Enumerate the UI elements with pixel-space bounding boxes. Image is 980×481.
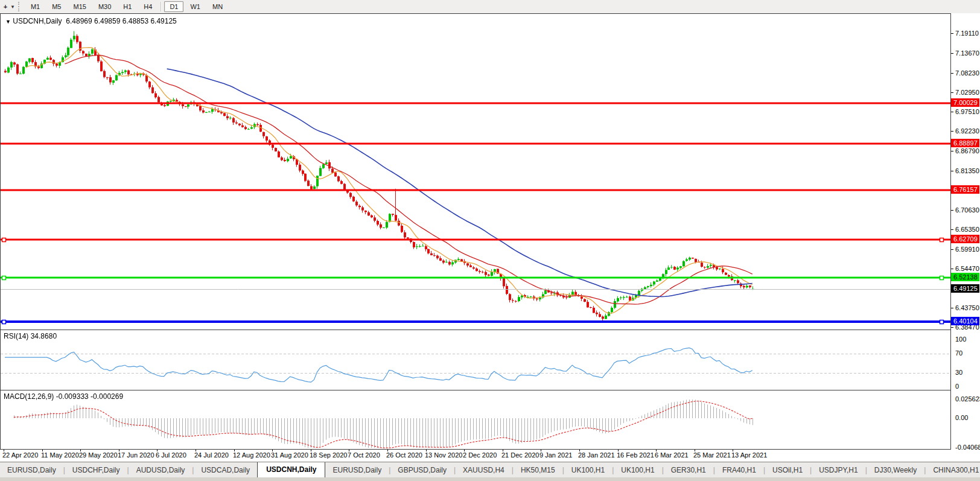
hline-price-tag: 6.40104	[951, 317, 979, 325]
chart-region: ▼ USDCNH,Daily 6.48969 6.49859 6.48853 6…	[0, 13, 980, 462]
panels-column: ▼ USDCNH,Daily 6.48969 6.49859 6.48853 6…	[0, 13, 951, 462]
date-label: 31 Aug 2020	[271, 451, 308, 459]
date-label: 21 Dec 2020	[501, 451, 539, 459]
chart-tab-uk100-h1[interactable]: UK100,H1	[614, 463, 661, 478]
axis-tick-mark	[951, 210, 953, 211]
price-chart-canvas[interactable]	[1, 14, 950, 330]
date-label: 11 May 2020	[41, 451, 79, 459]
macd-panel: MACD(12,26,9) -0.009333 -0.000269	[0, 390, 951, 450]
chart-tab-usdcnh-daily[interactable]: USDCNH,Daily	[257, 462, 325, 478]
timeframe-button-mn[interactable]: MN	[207, 1, 228, 12]
macd-tick-label: -0.040687	[955, 444, 980, 451]
timeframe-button-m15[interactable]: M15	[68, 1, 91, 12]
date-label: 7 Oct 2020	[348, 451, 380, 459]
price-tick-label: 6.54470	[955, 265, 979, 272]
rsi-tick-label: 100	[955, 336, 966, 343]
chart-tab-bar: EURUSD,Daily|USDCHF,Daily|AUDUSD,Daily|U…	[0, 462, 980, 478]
date-label: 6 Jul 2020	[156, 451, 186, 459]
date-label: 29 May 2020	[79, 451, 118, 459]
axis-tick-mark	[951, 112, 953, 112]
axis-tick-mark	[951, 308, 953, 308]
chart-tab-dj30-weekly[interactable]: DJ30,Weekly	[867, 463, 924, 478]
timeframe-button-h4[interactable]: H4	[138, 1, 158, 12]
date-label: 25 Mar 2021	[693, 451, 731, 459]
price-tick-label: 7.08230	[955, 69, 979, 77]
axis-tick-mark	[951, 249, 953, 250]
date-label: 2 Dec 2020	[463, 451, 497, 459]
date-label: 26 Oct 2020	[386, 451, 422, 459]
timeframe-button-m5[interactable]: M5	[46, 1, 66, 12]
timeframe-button-d1[interactable]: D1	[164, 1, 183, 12]
date-label: 12 Aug 2020	[233, 451, 270, 459]
timeframe-button-w1[interactable]: W1	[185, 1, 206, 12]
chevron-down-icon[interactable]: ▼	[10, 4, 15, 10]
date-label: 24 Jul 2020	[194, 451, 229, 459]
axis-tick-mark	[951, 131, 953, 132]
axis-tick-mark	[951, 73, 953, 74]
window-bottom-strip	[0, 477, 980, 481]
axis-tick-mark	[951, 151, 953, 151]
price-tick-label: 7.02950	[955, 89, 979, 96]
hline-price-tag: 6.62709	[951, 235, 979, 243]
chart-title: ▼ USDCNH,Daily 6.48969 6.49859 6.48853 6…	[5, 17, 177, 25]
chart-tab-eurusd-daily[interactable]: EURUSD,Daily	[0, 463, 63, 478]
chart-tab-usdjpy-h1[interactable]: USDJPY,H1	[812, 463, 865, 478]
period-toolbar: + ▼ M1M5M15M30H1H4D1W1MN	[0, 0, 980, 14]
date-label: 6 Mar 2021	[655, 451, 689, 459]
chart-tab-fra40-h1[interactable]: FRA40,H1	[715, 463, 763, 478]
price-axis[interactable]: 7.191107.136707.082307.029506.975106.922…	[951, 13, 980, 462]
chart-tab-xauusd-h4[interactable]: XAUUSD,H4	[456, 463, 512, 478]
toolbar-grip[interactable]	[18, 2, 22, 11]
price-tick-label: 6.43750	[955, 304, 979, 311]
chart-tab-gbpusd-daily[interactable]: GBPUSD,Daily	[390, 463, 454, 478]
rsi-tick-label: 70	[955, 349, 962, 357]
rsi-tick-label: 0	[955, 383, 959, 390]
chart-tab-usdchf-daily[interactable]: USDCHF,Daily	[65, 463, 127, 478]
chart-tab-uk100-h1[interactable]: UK100,H1	[564, 463, 612, 478]
timeframe-button-m30[interactable]: M30	[93, 1, 116, 12]
price-tick-label: 6.65350	[955, 226, 979, 233]
macd-tick-label: 0.00	[955, 414, 968, 421]
hline-price-tag: 6.52138	[951, 273, 979, 281]
chart-tab-audusd-daily[interactable]: AUDUSD,Daily	[129, 463, 192, 478]
axis-tick-mark	[951, 92, 953, 93]
date-label: 18 Sep 2020	[310, 451, 347, 459]
chart-tab-eurusd-daily[interactable]: EURUSD,Daily	[325, 463, 389, 478]
timeframe-buttons: M1M5M15M30H1H4D1W1MN	[25, 1, 229, 12]
axis-tick-mark	[951, 269, 953, 269]
price-tick-label: 7.19110	[955, 30, 979, 37]
rsi-tick-label: 30	[955, 369, 962, 376]
timeframe-button-m1[interactable]: M1	[25, 1, 45, 12]
rsi-panel: RSI(14) 34.8680	[0, 330, 951, 390]
hline-price-tag: 6.88897	[951, 139, 979, 147]
price-tick-label: 7.13670	[955, 49, 979, 57]
price-tick-label: 6.92230	[955, 127, 979, 135]
crosshair-icon[interactable]: +	[1, 3, 10, 10]
rsi-chart-canvas[interactable]	[1, 330, 950, 390]
chart-tab-usdcad-daily[interactable]: USDCAD,Daily	[194, 463, 257, 478]
axis-tick-mark	[951, 229, 953, 230]
date-label: 17 Jun 2020	[118, 451, 154, 459]
chart-tab-china300-h1[interactable]: CHINA300,H1	[926, 463, 980, 478]
chart-title-caret-icon[interactable]: ▼	[5, 19, 11, 25]
price-tick-label: 6.81350	[955, 167, 979, 174]
axis-tick-mark	[951, 33, 953, 34]
timeframe-button-h1[interactable]: H1	[118, 1, 137, 12]
axis-tick-mark	[951, 53, 953, 54]
rsi-label: RSI(14) 34.8680	[4, 332, 57, 340]
chart-ohlc-values: 6.48969 6.49859 6.48853 6.49125	[66, 17, 177, 25]
macd-tick-label: 0.025623	[955, 395, 980, 403]
hline-price-tag: 7.00029	[951, 98, 979, 107]
hline-price-tag: 6.76157	[951, 185, 979, 194]
axis-tick-mark	[951, 171, 953, 171]
price-panel: ▼ USDCNH,Daily 6.48969 6.49859 6.48853 6…	[0, 13, 951, 330]
date-label: 28 Jan 2021	[578, 451, 615, 459]
chart-tab-ger30-h1[interactable]: GER30,H1	[664, 463, 713, 478]
date-label: 13 Nov 2020	[425, 451, 462, 459]
chart-tab-usoil-h1[interactable]: USOil,H1	[765, 463, 810, 478]
chart-symbol-label: USDCNH,Daily	[13, 17, 62, 25]
date-axis[interactable]: 22 Apr 202011 May 202029 May 202017 Jun …	[0, 450, 951, 460]
macd-chart-canvas[interactable]	[1, 390, 950, 449]
toolbar-separator	[161, 2, 161, 11]
chart-tab-hk50-m15[interactable]: HK50,M15	[514, 463, 562, 478]
